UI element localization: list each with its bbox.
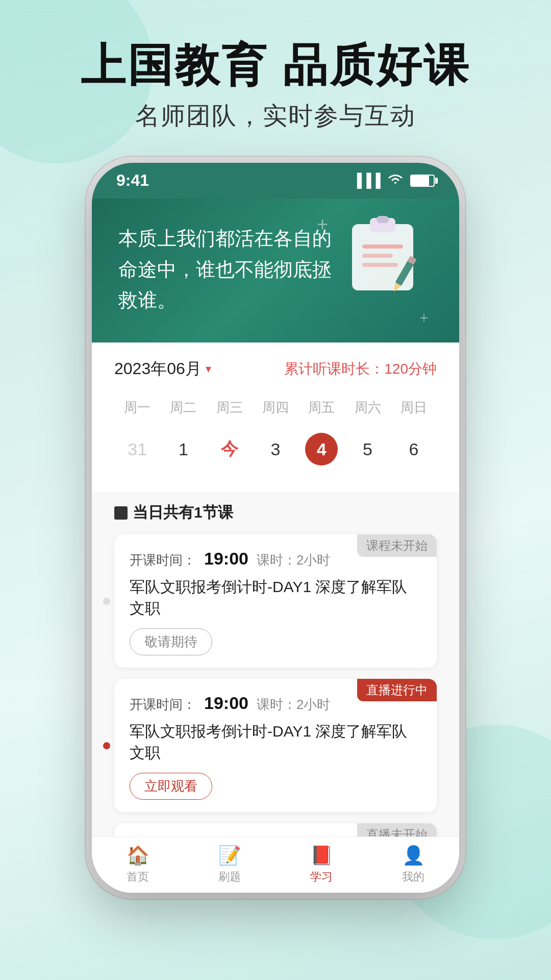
bottom-nav: 🏠 首页 📝 刷题 📕 学习 👤 我的 (92, 837, 459, 893)
signal-icon: ▐▐▐ (353, 173, 381, 188)
battery-icon (410, 175, 435, 187)
nav-item-study[interactable]: 📕 学习 (276, 845, 367, 885)
nav-label-study: 学习 (310, 869, 333, 885)
nav-label-mine: 我的 (402, 869, 424, 885)
course-count-icon (114, 506, 128, 520)
banner-plus2: ＋ (417, 308, 431, 327)
header-section: 上国教育 品质好课 名师团队，实时参与互动 (0, 0, 551, 153)
nav-item-mine[interactable]: 👤 我的 (367, 845, 459, 885)
total-time: 累计听课时长：120分钟 (284, 359, 437, 379)
card-time-value-2: 19:00 (204, 693, 248, 713)
svg-rect-5 (362, 263, 398, 267)
phone-frame: 9:41 ▐▐▐ 本质上我们都活在各自的命途中，谁也不能彻底拯救谁。 (92, 163, 459, 893)
card-time-label-2: 开课时间： (130, 696, 196, 714)
card-time-label-1: 开课时间： (130, 551, 196, 569)
card-badge-2: 直播进行中 (357, 679, 437, 701)
svg-rect-3 (362, 244, 403, 249)
nav-label-practice: 刷题 (218, 869, 241, 885)
course-count-text: 当日共有1节课 (133, 502, 233, 523)
calendar-header: 2023年06月 ▾ 累计听课时长：120分钟 (114, 358, 437, 380)
nav-item-practice[interactable]: 📝 刷题 (184, 845, 276, 885)
course-section: 当日共有1节课 课程未开始 开课时间： 19:00 课时：2小时 军队文职报考倒… (92, 492, 459, 893)
week-label: 周二 (160, 396, 206, 420)
month-text: 2023年06月 (114, 358, 202, 380)
mine-icon: 👤 (402, 845, 425, 866)
day-cell-1[interactable]: 1 (160, 427, 206, 472)
day-cell-3[interactable]: 3 (253, 427, 298, 472)
week-label: 周一 (114, 396, 160, 420)
week-label: 周日 (391, 396, 437, 420)
status-icons: ▐▐▐ (353, 172, 435, 189)
month-selector[interactable]: 2023年06月 ▾ (114, 358, 211, 380)
card-title-1: 军队文职报考倒计时-DAY1 深度了解军队文职 (130, 576, 421, 619)
calendar-days: 31 1 今 3 4 5 6 (114, 427, 437, 472)
card-time-value-1: 19:00 (204, 549, 248, 569)
nav-item-home[interactable]: 🏠 首页 (92, 845, 184, 885)
svg-rect-4 (362, 254, 393, 258)
day-cell-today[interactable]: 今 (207, 427, 253, 472)
status-bar: 9:41 ▐▐▐ (92, 163, 459, 199)
month-arrow-icon: ▾ (206, 362, 211, 376)
svg-rect-2 (377, 216, 389, 223)
study-icon: 📕 (310, 845, 333, 866)
course-card-2: 直播进行中 开课时间： 19:00 课时：2小时 军队文职报考倒计时-DAY1 … (114, 679, 437, 812)
day-cell-5[interactable]: 5 (344, 427, 390, 472)
week-label: 周六 (344, 396, 390, 420)
card-duration-1: 课时：2小时 (257, 551, 330, 569)
day-cell-31[interactable]: 31 (114, 427, 160, 472)
banner-text: 本质上我们都活在各自的命途中，谁也不能彻底拯救谁。 (118, 223, 343, 316)
course-count: 当日共有1节课 (114, 502, 437, 523)
banner: 本质上我们都活在各自的命途中，谁也不能彻底拯救谁。 ＋ ＋ (92, 199, 459, 342)
home-icon: 🏠 (127, 845, 149, 866)
day-cell-4[interactable]: 4 (298, 427, 344, 472)
card-title-2: 军队文职报考倒计时-DAY1 深度了解军队文职 (130, 721, 421, 764)
wifi-icon (387, 172, 404, 189)
banner-plus1: ＋ (313, 211, 332, 236)
nav-label-home: 首页 (127, 869, 149, 885)
practice-icon: 📝 (218, 845, 241, 866)
week-labels: 周一 周二 周三 周四 周五 周六 周日 (114, 396, 437, 420)
course-card-1: 课程未开始 开课时间： 19:00 课时：2小时 军队文职报考倒计时-DAY1 … (114, 534, 437, 668)
week-label: 周三 (207, 396, 253, 420)
card-btn-1[interactable]: 敬请期待 (130, 628, 212, 655)
week-label: 周四 (253, 396, 298, 420)
card-duration-2: 课时：2小时 (257, 696, 330, 714)
status-time: 9:41 (116, 171, 149, 190)
phone-wrapper: 9:41 ▐▐▐ 本质上我们都活在各自的命途中，谁也不能彻底拯救谁。 (0, 163, 551, 893)
banner-icon (337, 209, 439, 301)
calendar-section: 2023年06月 ▾ 累计听课时长：120分钟 周一 周二 周三 周四 周五 周… (92, 342, 459, 492)
card-badge-1: 课程未开始 (357, 534, 437, 557)
main-title: 上国教育 品质好课 (0, 41, 551, 90)
card-btn-2[interactable]: 立即观看 (130, 773, 212, 800)
sub-title: 名师团队，实时参与互动 (0, 100, 551, 132)
day-cell-6[interactable]: 6 (391, 427, 437, 472)
week-label: 周五 (298, 396, 344, 420)
